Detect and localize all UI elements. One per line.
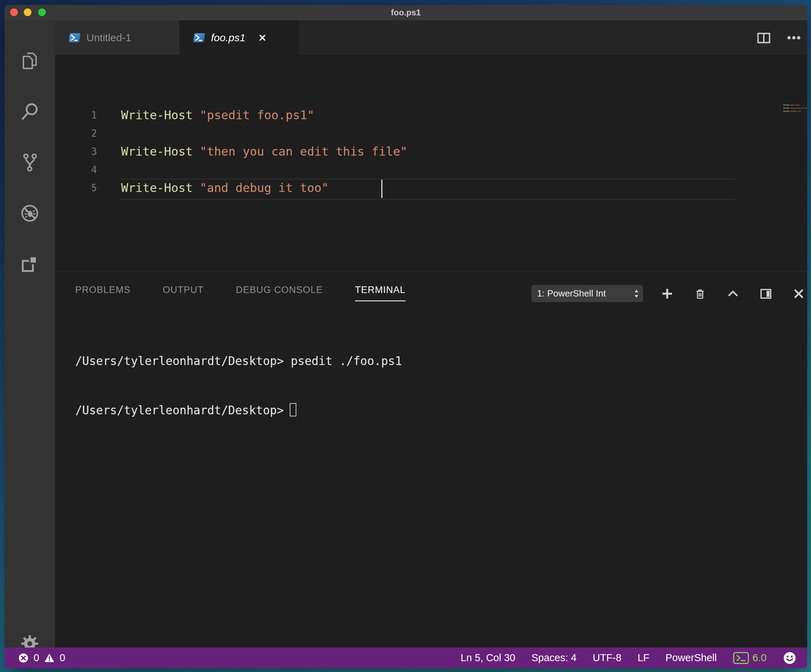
tab-label: Untitled-1: [87, 32, 131, 44]
editor-area[interactable]: 1 Write-Host"psedit foo.ps1" 2 3 Write-H…: [55, 55, 807, 271]
panel-tabs: PROBLEMS OUTPUT DEBUG CONSOLE TERMINAL: [75, 284, 406, 301]
line-number: 2: [55, 128, 97, 139]
activity-extensions[interactable]: [5, 244, 55, 285]
editor-cursor: [381, 180, 382, 198]
panel-tab-problems[interactable]: PROBLEMS: [75, 284, 131, 301]
error-icon: [18, 652, 29, 664]
code-command: Write-Host: [121, 108, 193, 122]
terminal-output[interactable]: /Users/tylerleonhardt/Desktop> psedit ./…: [75, 320, 402, 451]
line-number: 5: [55, 182, 97, 194]
status-bar: 0 0 Ln 5, Col 30 Spaces: 4 UTF-8 LF Powe…: [5, 648, 807, 668]
code-string: "and debug it too": [200, 181, 329, 195]
activity-bar: [5, 20, 55, 648]
tab-untitled-1[interactable]: Untitled-1: [55, 20, 180, 55]
tab-bar: Untitled-1 foo.ps1: [55, 20, 807, 55]
panel-tab-debug-console[interactable]: DEBUG CONSOLE: [236, 284, 323, 301]
tab-foo-ps1[interactable]: foo.ps1: [180, 20, 299, 55]
minimap[interactable]: Write-Host"psedit foo.ps1" Write-Host"th…: [783, 103, 807, 113]
files-icon: [20, 51, 40, 71]
code-string: "psedit foo.ps1": [200, 108, 314, 122]
vscode-window: foo.ps1: [5, 5, 807, 668]
warning-count: 0: [59, 652, 65, 664]
tab-label: foo.ps1: [211, 32, 245, 44]
panel-tab-output[interactable]: OUTPUT: [163, 284, 204, 301]
more-actions-icon[interactable]: [786, 30, 802, 46]
terminal-instance-select[interactable]: 1: PowerShell Int: [531, 285, 643, 302]
desktop-background: foo.ps1: [0, 0, 811, 672]
code-command: Write-Host: [121, 181, 193, 195]
status-bar-right: Ln 5, Col 30 Spaces: 4 UTF-8 LF PowerShe…: [461, 651, 797, 665]
debug-no-bug-icon: [20, 203, 40, 223]
terminal-command: psedit ./foo.ps1: [284, 354, 402, 368]
indentation-status[interactable]: Spaces: 4: [531, 652, 577, 664]
minimap-line: Write-Host"psedit foo.ps1": [783, 103, 807, 107]
panel-tab-terminal[interactable]: TERMINAL: [355, 284, 406, 301]
minimap-line: Write-Host"then you can edit this file": [783, 107, 807, 110]
line-number: 4: [55, 164, 97, 176]
code-line: 2: [55, 124, 807, 142]
cursor-position-status[interactable]: Ln 5, Col 30: [461, 652, 515, 664]
close-panel-icon[interactable]: [792, 287, 806, 301]
code-command: Write-Host: [121, 144, 193, 158]
panel-actions: [660, 285, 806, 302]
activity-debug[interactable]: [5, 193, 55, 234]
terminal-line: /Users/tylerleonhardt/Desktop>: [75, 402, 402, 418]
line-number: 1: [55, 110, 97, 121]
terminal-instance-value: 1: PowerShell Int: [537, 288, 631, 299]
activity-explorer[interactable]: [5, 41, 55, 81]
code-line: 1 Write-Host"psedit foo.ps1": [55, 106, 807, 124]
language-mode-status[interactable]: PowerShell: [665, 652, 717, 664]
encoding-status[interactable]: UTF-8: [593, 652, 621, 664]
minimap-line: Write-Host"and debug it too": [783, 110, 807, 113]
warning-icon: [44, 652, 55, 664]
terminal-prompt: /Users/tylerleonhardt/Desktop>: [75, 354, 284, 368]
activity-source-control[interactable]: [5, 142, 55, 182]
maximize-panel-chevron-icon[interactable]: [726, 287, 740, 301]
line-number: 3: [55, 146, 97, 157]
powershell-version: 6.0: [753, 652, 767, 664]
powershell-file-icon: [192, 31, 205, 45]
move-panel-icon[interactable]: [759, 287, 773, 301]
split-editor-icon[interactable]: [756, 30, 772, 46]
panel: PROBLEMS OUTPUT DEBUG CONSOLE TERMINAL 1…: [55, 271, 807, 648]
code-line: 4: [55, 161, 807, 179]
powershell-file-icon: [67, 31, 81, 45]
tabbar-actions: [756, 20, 802, 55]
window-title: foo.ps1: [5, 5, 807, 20]
powershell-session-icon: [733, 652, 749, 664]
search-icon: [20, 101, 40, 121]
close-tab-icon[interactable]: [257, 32, 268, 43]
powershell-session-status[interactable]: 6.0: [733, 652, 767, 664]
activity-search[interactable]: [5, 91, 55, 132]
code-line: 5 Write-Host"and debug it too": [55, 179, 807, 197]
terminal-cursor: [290, 403, 296, 416]
eol-status[interactable]: LF: [638, 652, 649, 664]
terminal-prompt: /Users/tylerleonhardt/Desktop>: [75, 403, 284, 417]
problems-status[interactable]: 0 0: [18, 652, 65, 664]
code-line: 3 Write-Host"then you can edit this file…: [55, 142, 807, 161]
select-arrows-icon: [631, 288, 642, 300]
code-string: "then you can edit this file": [200, 144, 407, 158]
terminal-line: /Users/tylerleonhardt/Desktop> psedit ./…: [75, 353, 402, 369]
error-count: 0: [34, 652, 39, 664]
new-terminal-icon[interactable]: [660, 287, 674, 301]
git-branch-icon: [20, 152, 40, 172]
extensions-icon: [20, 254, 40, 275]
feedback-smiley-icon[interactable]: [783, 651, 797, 665]
title-bar: foo.ps1: [5, 5, 807, 20]
kill-terminal-trash-icon[interactable]: [693, 287, 707, 301]
